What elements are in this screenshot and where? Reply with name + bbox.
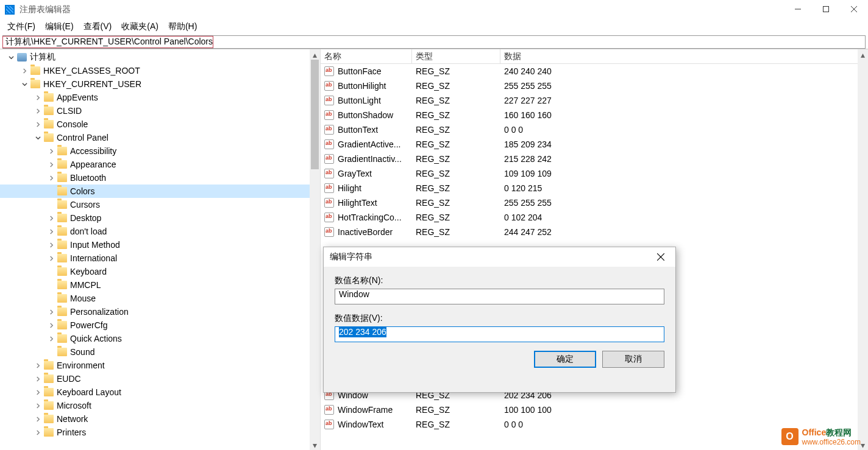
chevron-right-icon[interactable]	[33, 414, 43, 424]
tree-item[interactable]: don't load	[0, 225, 320, 238]
tree-item[interactable]: HKEY_CURRENT_USER	[0, 77, 320, 91]
menu-favorites[interactable]: 收藏夹(A)	[121, 21, 158, 32]
scroll-up-icon[interactable]: ▴	[310, 49, 320, 60]
tree-item[interactable]: Quick Actions	[0, 332, 320, 345]
tree-item[interactable]: Input Method	[0, 238, 320, 251]
tree-item[interactable]: Control Panel	[0, 131, 320, 144]
list-row[interactable]: ButtonShadowREG_SZ160 160 160	[321, 108, 868, 122]
chevron-right-icon[interactable]	[46, 173, 56, 183]
tree-item[interactable]: PowerCfg	[0, 318, 320, 332]
tree-item[interactable]: Environment	[0, 359, 320, 372]
values-list-top[interactable]: ButtonFaceREG_SZ240 240 240ButtonHilight…	[321, 64, 868, 239]
chevron-right-icon[interactable]	[46, 253, 56, 263]
value-name: ButtonLight	[338, 96, 381, 105]
tree-item[interactable]: Console	[0, 118, 320, 131]
tree-item-label: Personalization	[70, 307, 129, 317]
value-type: REG_SZ	[412, 198, 500, 208]
chevron-right-icon[interactable]	[46, 320, 56, 330]
maximize-button[interactable]	[812, 0, 840, 18]
scroll-down-icon[interactable]: ▾	[310, 440, 320, 450]
value-data: 255 255 255	[500, 81, 868, 91]
value-data-field[interactable]: 202 234 206	[335, 326, 664, 342]
col-header-data[interactable]: 数据	[500, 49, 868, 63]
chevron-down-icon[interactable]	[33, 133, 43, 142]
list-row[interactable]: ButtonTextREG_SZ0 0 0	[321, 122, 868, 137]
chevron-right-icon[interactable]	[33, 387, 43, 397]
tree-item-label: Mouse	[70, 294, 96, 303]
chevron-right-icon[interactable]	[46, 334, 56, 343]
chevron-right-icon[interactable]	[46, 307, 56, 317]
chevron-right-icon[interactable]	[33, 427, 43, 437]
tree-item[interactable]: CLSID	[0, 104, 320, 118]
chevron-right-icon[interactable]	[33, 374, 43, 384]
menu-edit[interactable]: 编辑(E)	[45, 21, 74, 32]
menu-help[interactable]: 帮助(H)	[168, 21, 197, 32]
dialog-close-button[interactable]	[651, 250, 671, 264]
app-icon	[5, 5, 15, 15]
list-row[interactable]: HilightTextREG_SZ255 255 255	[321, 195, 868, 210]
tree-item[interactable]: Bluetooth	[0, 171, 320, 185]
chevron-down-icon[interactable]	[6, 52, 16, 62]
menu-file[interactable]: 文件(F)	[7, 21, 35, 32]
tree-item[interactable]: AppEvents	[0, 91, 320, 104]
tree-item[interactable]: Accessibility	[0, 144, 320, 158]
chevron-right-icon[interactable]	[20, 66, 29, 76]
tree-item[interactable]: Printers	[0, 426, 320, 439]
value-name: GrayText	[338, 169, 372, 178]
chevron-right-icon[interactable]	[33, 106, 43, 116]
list-row[interactable]: GrayTextREG_SZ109 109 109	[321, 166, 868, 181]
menu-view[interactable]: 查看(V)	[84, 21, 112, 32]
chevron-right-icon[interactable]	[33, 401, 43, 410]
tree-item[interactable]: International	[0, 251, 320, 265]
tree-item[interactable]: 计算机	[0, 51, 320, 64]
tree-item[interactable]: Appearance	[0, 158, 320, 171]
chevron-right-icon[interactable]	[46, 146, 56, 156]
chevron-right-icon[interactable]	[33, 119, 43, 129]
chevron-right-icon[interactable]	[46, 213, 56, 223]
tree-item[interactable]: Mouse	[0, 292, 320, 305]
tree-item[interactable]: Keyboard	[0, 265, 320, 278]
tree-item-label: don't load	[70, 227, 107, 236]
chevron-right-icon[interactable]	[46, 227, 56, 236]
registry-tree[interactable]: 计算机HKEY_CLASSES_ROOTHKEY_CURRENT_USERApp…	[0, 49, 320, 439]
list-row[interactable]: GradientActive...REG_SZ185 209 234	[321, 137, 868, 152]
tree-item[interactable]: Cursors	[0, 198, 320, 211]
list-row[interactable]: GradientInactiv...REG_SZ215 228 242	[321, 152, 868, 166]
scroll-up-icon[interactable]: ▴	[858, 49, 868, 60]
list-row[interactable]: ButtonLightREG_SZ227 227 227	[321, 93, 868, 108]
tree-item[interactable]: Network	[0, 412, 320, 426]
col-header-name[interactable]: 名称	[321, 49, 412, 63]
value-name-field[interactable]: Window	[335, 289, 664, 304]
tree-item[interactable]: HKEY_CLASSES_ROOT	[0, 64, 320, 77]
cancel-button[interactable]: 取消	[602, 351, 664, 368]
close-button[interactable]	[840, 0, 868, 18]
chevron-right-icon[interactable]	[46, 160, 56, 169]
list-row[interactable]: HotTrackingCo...REG_SZ0 102 204	[321, 210, 868, 225]
values-list-bottom[interactable]: WindowREG_SZ202 234 206WindowFrameREG_SZ…	[321, 388, 868, 432]
tree-item[interactable]: Sound	[0, 345, 320, 359]
tree-item[interactable]: Desktop	[0, 211, 320, 225]
list-row[interactable]: ButtonHilightREG_SZ255 255 255	[321, 79, 868, 93]
chevron-right-icon[interactable]	[33, 93, 43, 102]
address-bar[interactable]: 计算机\HKEY_CURRENT_USER\Control Panel\Colo…	[2, 35, 866, 49]
tree-item[interactable]: MMCPL	[0, 278, 320, 292]
list-row[interactable]: ButtonFaceREG_SZ240 240 240	[321, 64, 868, 79]
chevron-down-icon[interactable]	[20, 79, 29, 89]
list-row[interactable]: WindowFrameREG_SZ100 100 100	[321, 403, 868, 417]
scroll-thumb[interactable]	[311, 60, 319, 169]
tree-item[interactable]: Colors	[0, 185, 320, 198]
list-scrollbar[interactable]: ▴ ▾	[858, 49, 868, 450]
col-header-type[interactable]: 类型	[412, 49, 500, 63]
minimize-button[interactable]	[784, 0, 812, 18]
ok-button[interactable]: 确定	[534, 351, 596, 368]
tree-item[interactable]: Keyboard Layout	[0, 385, 320, 399]
list-row[interactable]: HilightREG_SZ0 120 215	[321, 181, 868, 195]
list-row[interactable]: InactiveBorderREG_SZ244 247 252	[321, 225, 868, 239]
tree-item-label: Accessibility	[70, 146, 116, 156]
chevron-right-icon[interactable]	[46, 240, 56, 250]
tree-item[interactable]: EUDC	[0, 372, 320, 385]
tree-item[interactable]: Personalization	[0, 305, 320, 318]
tree-scrollbar[interactable]: ▴ ▾	[310, 49, 320, 450]
chevron-right-icon[interactable]	[33, 360, 43, 370]
tree-item[interactable]: Microsoft	[0, 399, 320, 412]
